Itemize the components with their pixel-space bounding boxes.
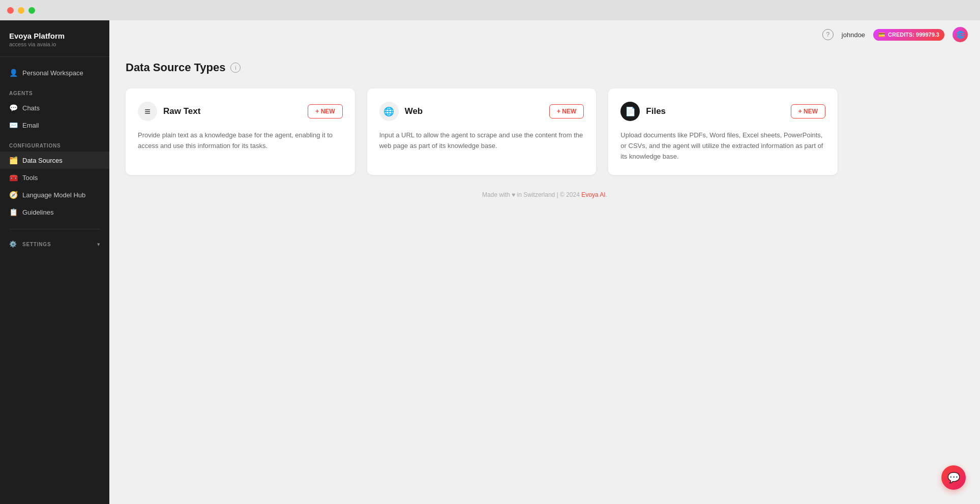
raw-text-title: Raw Text bbox=[163, 106, 200, 116]
sidebar-item-email[interactable]: ✉️ Email bbox=[0, 116, 109, 134]
files-new-button[interactable]: + NEW bbox=[791, 104, 825, 118]
footer: Made with ♥ in Switzerland | © 2024 Evoy… bbox=[126, 175, 964, 206]
files-title: Files bbox=[646, 106, 666, 116]
sidebar-item-tools[interactable]: 🧰 Tools bbox=[0, 169, 109, 186]
chat-icon: 💬 bbox=[9, 104, 17, 112]
sidebar: Evoya Platform access via avaia.io 👤 Per… bbox=[0, 20, 109, 504]
traffic-lights bbox=[7, 7, 35, 14]
credits-label: CREDITS: 999979.3 bbox=[888, 32, 939, 38]
footer-text-before: Made with ♥ in Switzerland | © 2024 bbox=[482, 191, 581, 198]
card-raw-text: ≡ Raw Text + NEW Provide plain text as a… bbox=[126, 88, 355, 175]
web-new-button[interactable]: + NEW bbox=[549, 104, 584, 118]
email-label: Email bbox=[22, 122, 39, 129]
sidebar-item-guidelines[interactable]: 📋 Guidelines bbox=[0, 203, 109, 221]
username-display[interactable]: johndoe bbox=[842, 31, 865, 39]
topbar: ? johndoe 💳 CREDITS: 999979.3 🌐 bbox=[109, 20, 980, 49]
workspace-label: Personal Workspace bbox=[22, 69, 83, 77]
language-model-label: Language Model Hub bbox=[22, 191, 85, 199]
email-icon: ✉️ bbox=[9, 121, 17, 129]
sidebar-item-chats[interactable]: 💬 Chats bbox=[0, 99, 109, 116]
brand-subtitle: access via avaia.io bbox=[9, 41, 100, 47]
main-content: ? johndoe 💳 CREDITS: 999979.3 🌐 Data Sou… bbox=[109, 20, 980, 504]
minimize-button[interactable] bbox=[18, 7, 24, 14]
settings-label: SETTINGS bbox=[22, 242, 51, 247]
raw-text-new-button[interactable]: + NEW bbox=[308, 104, 342, 118]
guidelines-icon: 📋 bbox=[9, 208, 17, 216]
card-files: 📄 Files + NEW Upload documents like PDFs… bbox=[608, 88, 838, 175]
chat-fab-icon: 💬 bbox=[947, 471, 960, 484]
files-description: Upload documents like PDFs, Word files, … bbox=[620, 130, 825, 162]
configurations-section: CONFIGURATIONS 🗂️ Data Sources 🧰 Tools 🧭… bbox=[0, 136, 109, 223]
brand-name: Evoya Platform bbox=[9, 32, 100, 40]
page-header: Data Source Types i bbox=[126, 61, 964, 74]
data-sources-icon: 🗂️ bbox=[9, 156, 17, 164]
workspace-section: 👤 Personal Workspace bbox=[0, 57, 109, 83]
agents-section-label: AGENTS bbox=[0, 91, 109, 99]
help-button[interactable]: ? bbox=[822, 29, 834, 40]
username-text: johndoe bbox=[842, 31, 865, 39]
web-title: Web bbox=[405, 106, 423, 116]
data-sources-label: Data Sources bbox=[22, 157, 63, 164]
card-header-web: 🌐 Web + NEW bbox=[379, 102, 584, 121]
card-title-row-web: 🌐 Web bbox=[379, 102, 423, 121]
language-model-icon: 🧭 bbox=[9, 191, 17, 199]
web-description: Input a URL to allow the agent to scrape… bbox=[379, 130, 584, 152]
close-button[interactable] bbox=[7, 7, 14, 14]
page-title: Data Source Types bbox=[126, 61, 225, 74]
card-web: 🌐 Web + NEW Input a URL to allow the age… bbox=[367, 88, 597, 175]
sidebar-item-personal-workspace[interactable]: 👤 Personal Workspace bbox=[0, 64, 109, 81]
tools-icon: 🧰 bbox=[9, 173, 17, 182]
sidebar-item-data-sources[interactable]: 🗂️ Data Sources bbox=[0, 152, 109, 169]
page-content: Data Source Types i ≡ Raw Text + NEW Pro… bbox=[109, 49, 980, 504]
person-icon: 👤 bbox=[9, 69, 17, 77]
files-icon: 📄 bbox=[620, 102, 640, 121]
chats-label: Chats bbox=[22, 104, 40, 112]
credits-icon: 💳 bbox=[878, 32, 885, 38]
chevron-down-icon: ▾ bbox=[97, 241, 100, 248]
card-title-row-files: 📄 Files bbox=[620, 102, 666, 121]
brand: Evoya Platform access via avaia.io bbox=[0, 20, 109, 57]
guidelines-label: Guidelines bbox=[22, 209, 53, 216]
chat-fab-button[interactable]: 💬 bbox=[941, 465, 966, 490]
card-title-row-raw-text: ≡ Raw Text bbox=[138, 102, 200, 121]
footer-link[interactable]: Evoya AI bbox=[581, 191, 605, 198]
card-header-raw-text: ≡ Raw Text + NEW bbox=[138, 102, 343, 121]
web-icon: 🌐 bbox=[379, 102, 399, 121]
sidebar-item-settings[interactable]: ⚙️ SETTINGS ▾ bbox=[0, 235, 109, 253]
raw-text-description: Provide plain text as a knowledge base f… bbox=[138, 130, 343, 152]
maximize-button[interactable] bbox=[28, 7, 35, 14]
raw-text-icon: ≡ bbox=[138, 102, 157, 121]
tools-label: Tools bbox=[22, 174, 38, 182]
app-window: Evoya Platform access via avaia.io 👤 Per… bbox=[0, 20, 980, 504]
titlebar bbox=[0, 0, 980, 20]
sidebar-divider bbox=[9, 229, 100, 229]
info-icon[interactable]: i bbox=[230, 63, 241, 73]
cards-grid: ≡ Raw Text + NEW Provide plain text as a… bbox=[126, 88, 838, 175]
settings-left: ⚙️ SETTINGS bbox=[9, 241, 51, 248]
configurations-section-label: CONFIGURATIONS bbox=[0, 143, 109, 152]
card-header-files: 📄 Files + NEW bbox=[620, 102, 825, 121]
avatar[interactable]: 🌐 bbox=[953, 27, 968, 42]
footer-text-after: . bbox=[606, 191, 607, 198]
agents-section: AGENTS 💬 Chats ✉️ Email bbox=[0, 83, 109, 136]
credits-badge[interactable]: 💳 CREDITS: 999979.3 bbox=[873, 29, 944, 41]
settings-gear-icon: ⚙️ bbox=[9, 241, 17, 248]
sidebar-item-language-model-hub[interactable]: 🧭 Language Model Hub bbox=[0, 186, 109, 203]
